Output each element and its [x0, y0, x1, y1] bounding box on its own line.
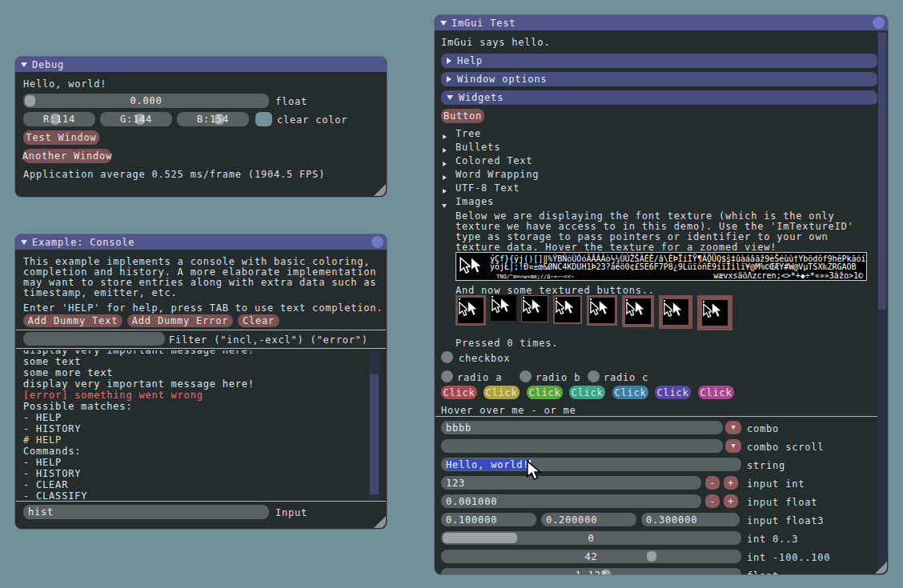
slider-r[interactable]: R:114	[23, 112, 95, 126]
titlebar-imgui-test[interactable]: ImGui Test	[435, 15, 888, 30]
input-float3-y[interactable]: 0.200000	[541, 513, 636, 526]
clear-color-swatch[interactable]	[255, 112, 272, 126]
window-title: ImGui Test	[451, 18, 516, 29]
image-button[interactable]	[659, 295, 692, 329]
click-button-7[interactable]: Click	[698, 386, 734, 399]
int-slider-2[interactable]: 42	[441, 550, 741, 563]
tree-item-utf8-text[interactable]: UTF-8 Text	[456, 182, 520, 194]
log-line: Possible matches:	[23, 401, 367, 412]
radio-b-label[interactable]: radio b	[536, 372, 580, 383]
header-widgets[interactable]: Widgets	[441, 90, 877, 105]
mouse-cursor	[525, 460, 541, 481]
checkbox[interactable]	[441, 351, 453, 363]
plus-button[interactable]: +	[724, 494, 738, 508]
plus-button[interactable]: +	[724, 476, 738, 490]
hover-text[interactable]: Hover over me - or me	[441, 405, 576, 416]
minus-button[interactable]: -	[705, 494, 720, 508]
image-button[interactable]	[553, 295, 582, 324]
window-title: Example: Console	[32, 237, 134, 248]
close-icon[interactable]	[873, 17, 885, 29]
combo-scroll-select[interactable]	[441, 439, 723, 453]
slider-g[interactable]: G:144	[100, 112, 172, 126]
input-float[interactable]: 0.001000	[441, 494, 701, 508]
header-window-options[interactable]: Window options	[441, 72, 877, 86]
tree-arrow-icon[interactable]	[442, 199, 447, 210]
resize-grip[interactable]	[374, 516, 386, 528]
titlebar-debug[interactable]: Debug	[15, 57, 387, 72]
tree-item-word-wrapping[interactable]: Word Wrapping	[456, 169, 539, 180]
scrollbar-track[interactable]	[369, 350, 379, 499]
tree-arrow-icon[interactable]	[443, 130, 447, 142]
click-button-2[interactable]: Click	[484, 386, 520, 399]
radio-a[interactable]	[441, 370, 453, 382]
image-button[interactable]	[521, 295, 548, 322]
tree-item-colored-text[interactable]: Colored Text	[456, 155, 532, 166]
titlebar-console[interactable]: Example: Console	[15, 234, 387, 250]
slider-grab[interactable]	[443, 533, 517, 543]
console-input[interactable]: hist	[23, 505, 269, 519]
click-button-1[interactable]: Click	[441, 386, 477, 399]
combo-arrow-button[interactable]	[725, 439, 741, 453]
radio-a-label[interactable]: radio a	[457, 372, 502, 383]
log-line: - HISTORY	[23, 423, 367, 434]
font-texture-image[interactable]: ýÇf}{ÿj()[]‖%ÝBÑòÙÓóÃÂÁÀò½¼ÙÚŽŠÃÉÊ/â\ÈÞÏ…	[456, 252, 867, 281]
combo-arrow-button[interactable]	[725, 421, 741, 434]
collapse-icon[interactable]	[21, 240, 27, 245]
collapse-icon[interactable]	[21, 62, 27, 67]
add-dummy-text-button[interactable]: Add Dummy Text	[23, 314, 122, 327]
float-slider[interactable]: 1.123	[441, 568, 741, 575]
radio-c-label[interactable]: radio c	[604, 372, 648, 383]
float-slider-label: float	[747, 570, 779, 575]
tree-arrow-icon[interactable]	[443, 171, 447, 182]
filter-input[interactable]	[23, 332, 165, 346]
scrollbar-thumb[interactable]	[370, 374, 379, 494]
slider-b[interactable]: B:154	[177, 112, 249, 126]
click-button-3[interactable]: Click	[527, 386, 563, 399]
header-help[interactable]: Help	[441, 54, 877, 68]
tree-arrow-icon[interactable]	[443, 185, 447, 196]
tree-arrow-icon[interactable]	[443, 144, 447, 155]
image-button[interactable]	[587, 295, 617, 326]
radio-b[interactable]	[520, 370, 532, 382]
checkbox-label[interactable]: checkbox	[459, 353, 510, 364]
scrollbar-thumb[interactable]	[878, 33, 886, 310]
slider-grab[interactable]	[25, 95, 35, 106]
clear-button[interactable]: Clear	[238, 314, 279, 327]
input-float3-z[interactable]: 0.300000	[641, 513, 740, 526]
image-button[interactable]	[697, 295, 732, 330]
radio-c[interactable]	[588, 370, 600, 382]
image-button[interactable]	[456, 295, 486, 326]
log-line: some more text	[23, 367, 367, 378]
slider-grab[interactable]	[647, 551, 656, 562]
button-widget[interactable]: Button	[441, 109, 484, 123]
input-int[interactable]: 123	[441, 476, 701, 490]
close-icon[interactable]	[371, 236, 383, 248]
image-button[interactable]	[491, 295, 516, 321]
slider-value: G:144	[120, 114, 152, 125]
slider-value: R:114	[43, 114, 75, 125]
click-button-5[interactable]: Click	[612, 386, 648, 399]
add-dummy-error-button[interactable]: Add Dummy Error	[127, 314, 233, 327]
float-slider[interactable]: 0.000	[23, 94, 269, 108]
collapse-icon[interactable]	[440, 21, 447, 26]
image-button[interactable]	[622, 295, 654, 327]
input-float3-x[interactable]: 0.100000	[441, 513, 536, 526]
separator	[16, 348, 386, 349]
test-window-button[interactable]: Test Window	[23, 130, 99, 145]
click-button-6[interactable]: Click	[655, 386, 691, 399]
string-label: string	[747, 460, 785, 471]
tree-item-bullets[interactable]: Bullets	[456, 142, 500, 153]
tree-item-images[interactable]: Images	[456, 196, 494, 207]
scrollbar-track[interactable]	[877, 30, 887, 574]
click-button-4[interactable]: Click	[569, 386, 605, 399]
tree-item-tree[interactable]: Tree	[456, 128, 481, 139]
int-slider[interactable]: 0	[441, 531, 741, 545]
combo-select[interactable]: bbbb	[441, 421, 723, 434]
images-text-line: type as storage to pass pointers or iden…	[456, 231, 828, 242]
tree-arrow-icon[interactable]	[443, 158, 447, 169]
string-input[interactable]: Hello, world!	[441, 458, 741, 471]
another-window-button[interactable]: Another Window	[23, 149, 111, 163]
resize-grip[interactable]	[374, 184, 386, 196]
minus-button[interactable]: -	[705, 476, 720, 490]
textured-buttons-text: And now some textured buttons..	[456, 285, 655, 296]
